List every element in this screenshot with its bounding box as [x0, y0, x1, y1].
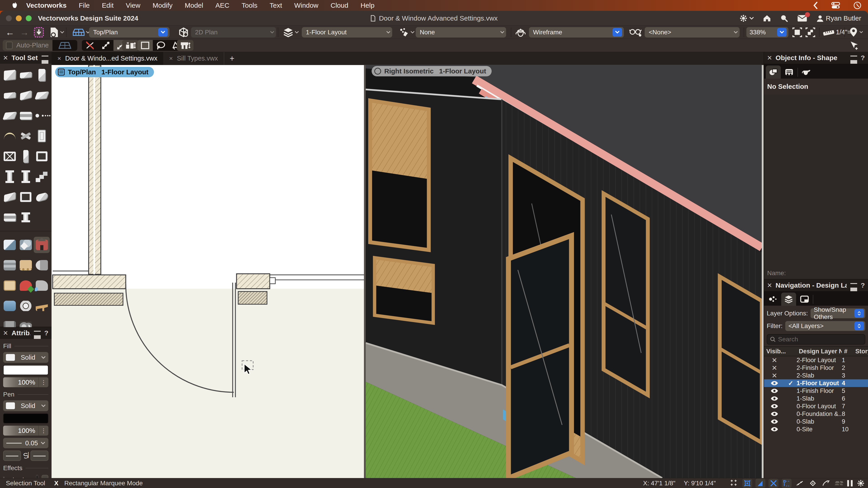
auto-plane-checkbox[interactable] — [6, 41, 13, 49]
menu-vectorworks[interactable]: Vectorworks — [26, 2, 72, 9]
zoom-level-field[interactable]: 338% — [746, 27, 788, 37]
georeference-button[interactable] — [849, 27, 863, 37]
home-button[interactable] — [763, 14, 771, 22]
close-tab-icon[interactable]: × — [169, 55, 173, 62]
elevator-tool[interactable] — [18, 189, 34, 205]
layer-row[interactable]: ✕ 2-Slab 3 — [764, 372, 868, 379]
door-tool[interactable] — [34, 128, 50, 144]
menu-modify[interactable]: Modify — [147, 2, 179, 9]
search-button[interactable] — [780, 14, 788, 22]
snap-to-angle-button[interactable] — [755, 479, 765, 488]
column-number[interactable]: # — [842, 348, 853, 355]
smart-edge-button[interactable] — [795, 479, 805, 488]
menu-view[interactable]: View — [120, 2, 146, 9]
active-class-dropdown[interactable]: None — [416, 27, 506, 37]
snap-to-grid-button[interactable] — [729, 479, 739, 488]
window-zoom-button[interactable] — [26, 15, 32, 21]
render-mode-button[interactable] — [515, 27, 526, 37]
tab-door-window-settings[interactable]: × Door & Windo...ed Settings.vwx — [52, 52, 163, 65]
snap-to-tangent-button[interactable] — [821, 479, 831, 488]
isometric-view-pane[interactable]: Right Isometric1-Floor Layout — [366, 65, 762, 478]
render-mode-stepper[interactable] — [613, 28, 622, 37]
smart-points-button[interactable] — [782, 479, 792, 488]
auto-plane-grid-button[interactable] — [53, 40, 77, 51]
line-end-marker-button[interactable] — [31, 451, 49, 461]
framing-member-tool[interactable] — [18, 107, 34, 124]
interiors-toolset-icon[interactable] — [2, 278, 18, 294]
stair-tool[interactable] — [34, 168, 50, 185]
snap-to-working-plane-button[interactable] — [834, 479, 844, 488]
tab-design-layers[interactable] — [781, 293, 796, 306]
layer-search-input[interactable] — [778, 336, 862, 343]
menu-help[interactable]: Help — [354, 2, 381, 9]
visibility-eye-icon[interactable] — [764, 404, 785, 409]
fastener-tool[interactable] — [34, 107, 50, 124]
fill-style-dropdown[interactable]: Solid — [3, 352, 49, 363]
piping-toolset-icon[interactable] — [2, 298, 18, 314]
lasso-marquee-mode[interactable] — [153, 40, 168, 51]
plan-view-label[interactable]: Top/Plan1-Floor Layout — [55, 67, 154, 77]
layer-row[interactable]: ✕ 2-Finish Floor 2 — [764, 364, 868, 372]
3d-modeling-toolset-icon[interactable] — [18, 237, 34, 253]
visibility-eye-icon[interactable] — [764, 412, 785, 416]
control-center-icon[interactable] — [831, 2, 840, 9]
layer-row-selected[interactable]: ✓ 1-Floor Layout 4 — [764, 379, 868, 387]
visualization-button[interactable] — [629, 28, 642, 37]
furnishing-toolset-icon[interactable] — [34, 298, 50, 314]
layer-row[interactable]: 0-Slab 9 — [764, 418, 868, 425]
close-icon[interactable]: × — [767, 281, 772, 289]
pilaster-tool[interactable] — [18, 168, 34, 185]
curved-truss-tool[interactable] — [2, 128, 18, 144]
settings-gear-menu[interactable] — [739, 14, 754, 22]
menu-cloud[interactable]: Cloud — [324, 2, 354, 9]
fill-opacity-slider[interactable]: 100% ⋮ — [3, 377, 49, 387]
forward-button[interactable]: → — [20, 27, 29, 37]
visibility-eye-icon[interactable] — [764, 381, 785, 386]
visibility-hidden-icon[interactable]: ✕ — [764, 356, 785, 364]
roof-face-tool[interactable] — [18, 87, 34, 103]
tab-shape[interactable] — [766, 66, 781, 78]
apple-menu-icon[interactable] — [12, 2, 18, 9]
slab-drain-tool[interactable] — [2, 107, 18, 124]
wall-end-cap-tool[interactable] — [2, 87, 18, 103]
palette-menu-icon[interactable] — [34, 331, 41, 335]
visibility-eye-icon[interactable] — [764, 419, 785, 424]
active-layer-dropdown[interactable]: 1-Floor Layout — [302, 27, 392, 37]
messages-button[interactable] — [797, 14, 807, 22]
selection-indication-button[interactable] — [122, 40, 139, 51]
snap-to-object-button[interactable] — [742, 479, 752, 488]
zoom-stepper[interactable] — [777, 28, 786, 37]
menu-tools[interactable]: Tools — [236, 2, 264, 9]
layers-button[interactable] — [283, 27, 299, 37]
palette-menu-icon[interactable] — [850, 283, 857, 288]
pen-style-dropdown[interactable]: Solid — [3, 400, 49, 411]
close-icon[interactable]: × — [3, 54, 8, 62]
tab-classes[interactable] — [765, 293, 780, 306]
line-start-marker-button[interactable] — [3, 451, 21, 461]
menubar-chevron-left-icon[interactable] — [813, 2, 818, 9]
rectangular-marquee-mode[interactable] — [137, 40, 153, 51]
snapping-settings-button[interactable] — [856, 479, 866, 488]
layer-search[interactable] — [767, 334, 865, 345]
layer-row[interactable]: 1-Finish Floor 5 — [764, 387, 868, 395]
menu-model[interactable]: Model — [179, 2, 209, 9]
fill-opacity-menu[interactable]: ⋮ — [38, 377, 49, 387]
new-tab-button[interactable]: + — [224, 52, 240, 65]
visibility-eye-icon[interactable] — [764, 388, 785, 393]
help-icon[interactable]: ? — [861, 54, 865, 62]
window-minimize-button[interactable] — [16, 15, 22, 21]
hardware-toolset-icon[interactable] — [34, 257, 50, 273]
menu-aec[interactable]: AEC — [209, 2, 236, 9]
layer-row[interactable]: 1-Slab 6 — [764, 395, 868, 402]
window-close-button[interactable] — [6, 15, 12, 21]
file-options-button[interactable] — [50, 27, 64, 37]
user-account[interactable]: Ryan Butler — [816, 14, 861, 22]
filter-stepper[interactable] — [855, 322, 864, 330]
visibility-eye-icon[interactable] — [764, 396, 785, 401]
help-icon[interactable]: ? — [861, 282, 865, 289]
menu-window[interactable]: Window — [288, 2, 324, 9]
visibility-eye-icon[interactable] — [764, 427, 785, 432]
building-shell-toolset-icon[interactable] — [34, 237, 50, 253]
saved-views-button[interactable] — [73, 28, 90, 36]
tab-render[interactable] — [799, 66, 814, 78]
